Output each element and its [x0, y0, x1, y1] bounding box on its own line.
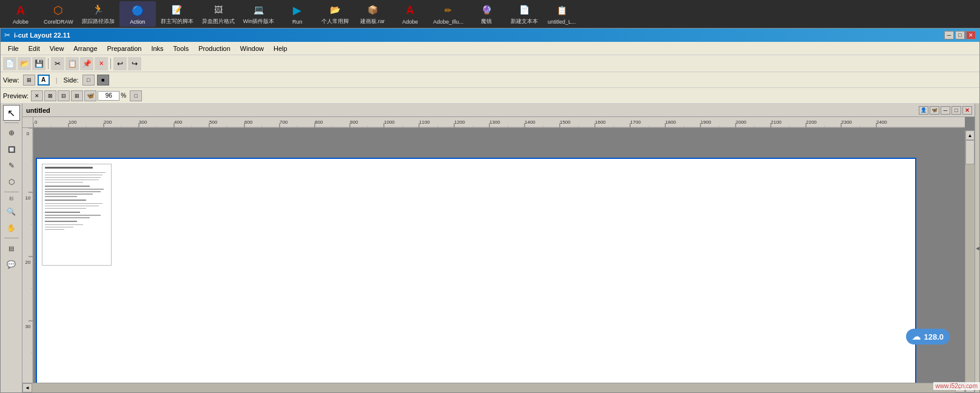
- maximize-button[interactable]: □: [955, 31, 965, 39]
- taskbar-label-action: Action: [130, 19, 145, 25]
- tool-pan[interactable]: ⊕: [3, 125, 20, 141]
- taskbar-item-tracks[interactable]: 🏃 跟踪路径添加: [78, 1, 118, 27]
- cloud-icon: ☁: [912, 332, 921, 341]
- taskbar-item-adobe[interactable]: A Adobe: [2, 1, 39, 27]
- scroll-up-button[interactable]: ▲: [965, 130, 975, 140]
- preview-btn-5[interactable]: 🦋: [84, 90, 96, 101]
- thumb-section-line-3: [45, 212, 80, 213]
- thumb-line-1: [45, 172, 106, 173]
- view-grid-button[interactable]: ⊞: [23, 75, 35, 86]
- close-button[interactable]: ✕: [966, 31, 976, 39]
- new-button[interactable]: 📄: [3, 57, 16, 70]
- app-title: i-cut Layout 22.11: [14, 32, 941, 39]
- taskbar-item-untitled[interactable]: 📋 untitled_L...: [543, 1, 580, 27]
- thumb-line-15: [45, 224, 83, 226]
- thumb-section-line-1: [45, 186, 90, 187]
- svg-text:1100: 1100: [419, 119, 430, 125]
- taskbar-label-personal: 个人常用脚: [321, 18, 349, 25]
- tool-comment[interactable]: 💬: [3, 257, 20, 272]
- tool-draw[interactable]: ⬡: [3, 174, 20, 190]
- status-badge: ☁ 128.0: [906, 329, 950, 344]
- thumb-line-17: [45, 229, 64, 230]
- menu-edit[interactable]: Edit: [24, 44, 45, 53]
- taskbar-label-adobe2: Adobe: [402, 19, 418, 25]
- right-panel-collapse[interactable]: ◀: [975, 104, 979, 392]
- taskbar-item-adobe2[interactable]: A Adobe: [392, 1, 428, 27]
- ruler-v-svg: 0 10 20 30 40: [22, 128, 33, 383]
- thumb-line-16: [45, 227, 73, 228]
- save-button[interactable]: 💾: [32, 57, 45, 70]
- taskbar-item-qunzhu[interactable]: 📝 群主写的脚本: [157, 1, 197, 27]
- preview-btn-2[interactable]: ⊠: [44, 90, 56, 101]
- taskbar-item-jianhua[interactable]: 📦 建画板.rar: [354, 1, 391, 27]
- taskbar-item-win[interactable]: 💻 Win插件版本: [240, 1, 278, 27]
- scrollbar-v-track[interactable]: [965, 140, 975, 383]
- taskbar-item-mojing[interactable]: 🔮 魔镜: [468, 1, 505, 27]
- thumb-line-6: [45, 189, 104, 190]
- tool-select[interactable]: ↖: [3, 105, 20, 121]
- taskbar-item-action[interactable]: 🔵 Action: [119, 1, 156, 27]
- tool-zoom[interactable]: 🔍: [3, 204, 20, 220]
- tool-zoom-rect[interactable]: 🔲: [3, 141, 20, 157]
- view-text-button[interactable]: A: [38, 75, 50, 86]
- delete-button[interactable]: ✕: [95, 57, 108, 70]
- open-button[interactable]: 📂: [18, 57, 31, 70]
- menu-production[interactable]: Production: [193, 44, 235, 53]
- tracks-icon: 🏃: [91, 2, 106, 16]
- copy-button[interactable]: 📋: [65, 57, 79, 70]
- menu-file[interactable]: File: [3, 44, 24, 53]
- side-front-button[interactable]: □: [82, 75, 95, 86]
- taskbar-item-personal[interactable]: 📂 个人常用脚: [317, 1, 353, 27]
- undo-button[interactable]: ↩: [113, 57, 127, 70]
- paper-selection-border: [36, 158, 916, 383]
- taskbar-item-run[interactable]: ▶ Run: [279, 1, 315, 27]
- scrollbar-v-thumb[interactable]: [965, 140, 975, 164]
- thumb-line-14: [45, 217, 90, 218]
- menu-tools[interactable]: Tools: [169, 44, 194, 53]
- taskbar-item-xinjian[interactable]: 📄 新建文本本: [506, 1, 542, 27]
- toolbar-separator-1: [48, 58, 49, 69]
- preview-pct-value: 96: [98, 91, 119, 101]
- taskbar-item-yixue[interactable]: 🖼 异血图片格式: [198, 1, 238, 27]
- scrollbar-h-track[interactable]: [32, 383, 955, 392]
- svg-text:10: 10: [25, 195, 31, 201]
- svg-text:700: 700: [280, 119, 288, 125]
- doc-tab-restore-button[interactable]: □: [951, 106, 961, 115]
- redo-button[interactable]: ↪: [128, 57, 141, 70]
- scroll-left-button[interactable]: ◄: [22, 383, 32, 392]
- menu-preparation[interactable]: Preparation: [102, 44, 147, 53]
- side-back-button[interactable]: ■: [97, 75, 109, 86]
- tool-hand[interactable]: ✋: [3, 220, 20, 236]
- menu-window[interactable]: Window: [235, 44, 269, 53]
- svg-text:200: 200: [104, 119, 112, 125]
- thumb-line-11: [45, 206, 99, 207]
- doc-tab-butterfly-button[interactable]: 🦋: [930, 106, 939, 115]
- jianhua-icon: 📦: [365, 2, 380, 16]
- ruler-corner: [22, 117, 33, 128]
- menu-view[interactable]: View: [45, 44, 69, 53]
- taskbar-item-coreldraw[interactable]: ⬡ CorelDRAW: [40, 1, 77, 27]
- tool-edit[interactable]: ✎: [3, 158, 20, 173]
- doc-tab-minimize-button[interactable]: ─: [941, 106, 950, 115]
- preview-btn-3[interactable]: ⊟: [58, 90, 70, 101]
- tool-measure[interactable]: ▤: [3, 240, 20, 256]
- doc-tab-icon-button[interactable]: 👤: [919, 106, 928, 115]
- svg-text:400: 400: [174, 119, 183, 125]
- ruler-horizontal: 0 100 200 300 400: [33, 117, 965, 128]
- paste-button[interactable]: 📌: [80, 57, 93, 70]
- app-icon: ✂: [4, 31, 10, 39]
- minimize-button[interactable]: ─: [944, 31, 954, 39]
- doc-tab-close-button[interactable]: ✕: [962, 106, 972, 115]
- preview-btn-4[interactable]: ⊞: [71, 90, 83, 101]
- preview-btn-square[interactable]: □: [130, 90, 142, 101]
- cut-button[interactable]: ✂: [51, 57, 64, 70]
- menu-inks[interactable]: Inks: [146, 44, 168, 53]
- menu-arrange[interactable]: Arrange: [69, 44, 102, 53]
- view-toolbar: View: ⊞ A | Side: □ ■: [1, 72, 979, 88]
- win-icon: 💻: [251, 2, 266, 16]
- svg-text:1000: 1000: [384, 119, 395, 125]
- preview-btn-1[interactable]: ✕: [31, 90, 43, 101]
- menu-help[interactable]: Help: [269, 44, 292, 53]
- taskbar-item-adobe-illu[interactable]: ✏ Adobe_Illu...: [429, 1, 467, 27]
- app-titlebar: ✂ i-cut Layout 22.11 ─ □ ✕: [1, 29, 979, 42]
